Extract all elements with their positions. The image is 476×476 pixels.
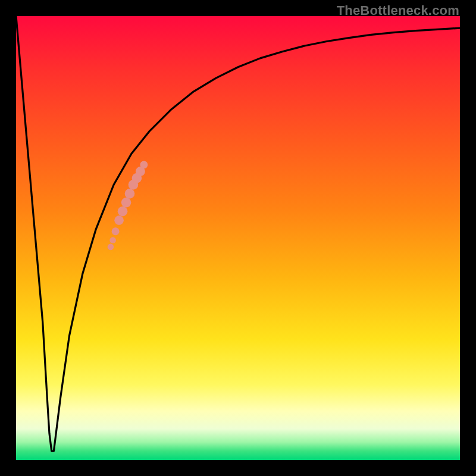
- highlight-points: [108, 161, 148, 250]
- highlight-dot: [112, 227, 120, 235]
- highlight-dot: [109, 237, 116, 243]
- plot-area: [16, 16, 460, 460]
- highlight-dot: [114, 215, 124, 225]
- highlight-dot: [118, 206, 128, 217]
- chart-container: TheBottleneck.com: [0, 0, 476, 476]
- highlight-dot: [125, 189, 135, 199]
- highlight-dot: [121, 198, 131, 208]
- bottleneck-curve: [16, 16, 460, 451]
- chart-svg: [16, 16, 460, 460]
- highlight-dot: [140, 161, 148, 168]
- highlight-dot: [108, 244, 114, 250]
